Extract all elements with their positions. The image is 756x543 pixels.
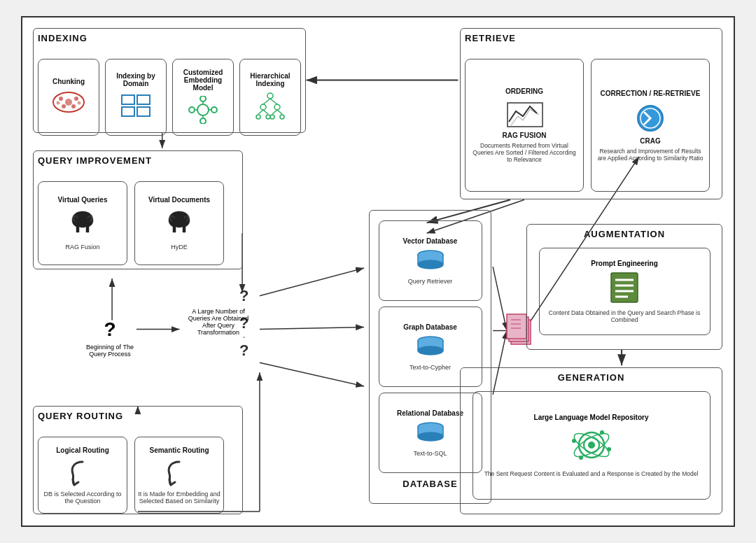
indexing-hierarchical-box: Hierarchical Indexing	[239, 59, 301, 136]
llm-icon	[567, 424, 616, 466]
brain-icon-1	[64, 208, 102, 239]
query-routing-section: QUERY ROUTING Logical Routing DB is Sele…	[33, 406, 243, 514]
prompt-engineering-box: Prompt Engineering Content Data Obtained…	[539, 248, 710, 335]
graph-db-title: Graph Database	[403, 323, 457, 331]
svg-line-4	[260, 268, 364, 296]
rag-fusion-box: ORDERING RAG FUSION Documents Returned f…	[465, 59, 584, 192]
svg-point-45	[274, 104, 280, 110]
svg-point-88	[572, 439, 576, 443]
svg-line-42	[263, 99, 270, 104]
semantic-routing-icon	[164, 458, 195, 486]
svg-point-53	[280, 115, 284, 119]
vector-db-subtitle: Query Retriever	[408, 278, 453, 285]
query-improvement-section: QUERY IMPROVEMENT Virtual Queries RAG Fu…	[33, 150, 243, 269]
svg-rect-78	[611, 273, 638, 302]
embedding-icon	[186, 96, 220, 124]
virtual-documents-box: Virtual Documents HyDE	[134, 181, 224, 265]
chunking-icon	[51, 90, 86, 114]
svg-point-22	[59, 97, 63, 101]
semantic-routing-desc: It is Made for Embedding and Selected Ba…	[138, 491, 220, 505]
brain-icon-2	[160, 208, 199, 239]
indexing-chunking-box: Chunking	[38, 59, 99, 136]
vector-db-title: Vector Database	[403, 237, 458, 245]
prompt-engineering-title: Prompt Engineering	[591, 260, 658, 267]
svg-point-27	[78, 101, 81, 105]
llm-box: Large Language Model Repository The Sent	[472, 391, 710, 500]
query-transform-text: A Large Number of Queries Are Obtained A…	[183, 308, 253, 336]
embedding-title: Customized Embedding Model	[176, 69, 230, 92]
svg-point-33	[200, 96, 206, 101]
indexing-embedding-box: Customized Embedding Model	[172, 59, 234, 136]
correction-title: CORRECTION / RE-RETRIEVE	[601, 90, 701, 97]
svg-point-25	[71, 104, 76, 108]
logical-routing-desc: DB is Selected According to the Question	[41, 491, 124, 505]
crag-name: CRAG	[640, 137, 660, 145]
logical-routing-title: Logical Routing	[56, 446, 109, 454]
svg-rect-71	[507, 314, 526, 339]
retrieve-label: RETRIEVE	[465, 33, 718, 43]
database-label: DATABASE	[402, 479, 457, 489]
augmentation-desc: Content Data Obtained in the Query and S…	[544, 309, 706, 323]
augmentation-label: AUGMENTATION	[584, 229, 665, 239]
svg-line-12	[493, 267, 507, 330]
generation-section: GENERATION Large Language Model Reposito…	[460, 367, 722, 514]
svg-point-51	[266, 115, 270, 119]
chunking-title: Chunking	[52, 78, 85, 85]
rag-fusion-label: RAG Fusion	[65, 244, 99, 251]
hierarchical-icon	[253, 92, 288, 120]
indexing-label: INDEXING	[38, 33, 301, 43]
generation-label: GENERATION	[558, 372, 625, 383]
query-start-label: ? Beginning of The Query Process	[85, 318, 134, 358]
semantic-routing-title: Semantic Routing	[149, 446, 209, 454]
svg-point-32	[197, 104, 209, 115]
rag-fusion-name: RAG FUSION	[503, 132, 547, 139]
svg-point-35	[189, 107, 195, 113]
relational-db-title: Relational Database	[397, 409, 463, 417]
svg-line-48	[272, 110, 277, 114]
augmentation-section: AUGMENTATION Prompt Engineering Content …	[526, 224, 722, 350]
semantic-routing-box: Semantic Routing It is Made for Embeddin…	[134, 437, 224, 514]
crag-desc: Research and Improvement of Results are …	[597, 148, 704, 162]
svg-line-6	[260, 362, 364, 386]
qr-label: QUERY ROUTING	[38, 411, 238, 421]
virtual-documents-title: Virtual Documents	[148, 196, 210, 204]
svg-rect-31	[137, 107, 150, 116]
svg-line-43	[270, 99, 277, 104]
domain-title: Indexing by Domain	[108, 72, 163, 87]
svg-line-47	[263, 110, 268, 114]
svg-point-41	[267, 93, 273, 99]
crag-icon	[633, 103, 668, 134]
svg-point-85	[588, 442, 595, 449]
svg-point-24	[62, 104, 66, 108]
graph-db-icon	[413, 335, 448, 360]
svg-line-46	[258, 110, 263, 114]
svg-rect-28	[122, 95, 134, 104]
svg-point-44	[260, 104, 266, 110]
svg-line-49	[277, 110, 282, 114]
virtual-queries-title: Virtual Queries	[58, 196, 108, 204]
svg-line-5	[260, 327, 364, 330]
hierarchical-title: Hierarchical Indexing	[243, 72, 298, 87]
indexing-domain-box: Indexing by Domain	[105, 59, 167, 136]
relational-db-icon	[413, 421, 448, 446]
crag-box: CORRECTION / RE-RETRIEVE CRAG Research a…	[591, 59, 710, 192]
domain-icon	[118, 92, 153, 120]
graph-db-subtitle: Text-to-Cypher	[410, 364, 451, 371]
main-diagram: INDEXING Chunking	[21, 16, 735, 527]
svg-rect-30	[122, 107, 134, 116]
indexing-section: INDEXING Chunking	[33, 28, 306, 133]
svg-point-56	[418, 260, 443, 269]
vector-db-icon	[413, 249, 448, 274]
prompt-engineering-icon	[606, 270, 644, 305]
svg-point-89	[607, 447, 611, 451]
virtual-queries-box: Virtual Queries RAG Fusion	[38, 181, 127, 265]
qi-label: QUERY IMPROVEMENT	[38, 155, 238, 166]
rag-fusion-desc: Documents Returned from Virtual Queries …	[471, 142, 578, 163]
ordering-title: ORDERING	[505, 87, 543, 95]
vector-db-box: Vector Database Query Retriever	[379, 220, 482, 301]
svg-point-23	[74, 97, 78, 101]
svg-point-90	[579, 456, 583, 460]
svg-point-91	[600, 430, 604, 435]
svg-point-34	[200, 118, 206, 124]
relational-db-subtitle: Text-to-SQL	[413, 450, 447, 457]
